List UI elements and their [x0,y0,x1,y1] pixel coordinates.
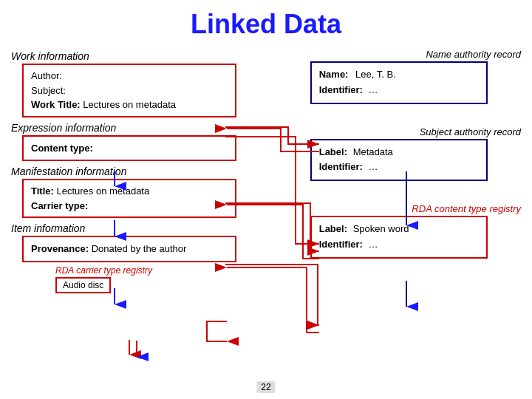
item-info-box: Provenance: Donated by the author [22,236,236,262]
subject-identifier-value: … [369,161,378,172]
page-title: Linked Data [0,0,532,40]
name-identifier-label: Identifier: [319,84,363,95]
page-number: 22 [256,381,275,393]
expression-info-box: Content type: [22,135,236,162]
provenance-label: Provenance: [31,243,89,254]
work-title-value: Lectures on metadata [83,99,176,110]
subject-label-label: Label: [319,146,347,157]
rda-content-box: Label: Spoken word Identifier: … [310,216,488,259]
manifestation-title-value: Lectures on metadata [56,185,149,197]
subject-identifier-label: Identifier: [319,161,363,172]
work-title-label: Work Title: [31,99,81,110]
manifestation-title-label: Title: [31,185,54,197]
subject-label: Subject: [31,85,66,96]
rda-content-label: RDA content type registry [288,203,521,214]
name-value: Lee, T. B. [355,69,396,80]
subject-authority-box: Label: Metadata Identifier: … [310,139,488,182]
content-identifier-label: Identifier: [319,239,363,250]
name-authority-box: Name: Lee, T. B. Identifier: … [310,61,488,104]
manifestation-info-box: Title: Lectures on metadata Carrier type… [22,179,236,218]
item-section-label: Item information [11,222,273,234]
work-section-label: Work information [11,50,273,62]
name-identifier-value: … [369,84,378,95]
content-label-value: Spoken word [353,223,409,234]
author-label: Author: [31,70,62,81]
subject-label-value: Metadata [353,146,393,157]
name-authority-label: Name authority record [288,49,521,60]
content-type-label: Content type: [31,143,93,154]
provenance-value: Donated by the author [92,243,187,254]
subject-authority-label: Subject authority record [288,126,521,137]
audio-disc-box: Audio disc [55,277,111,293]
carrier-type-label: Carrier type: [31,200,88,211]
name-label: Name: [319,69,349,80]
work-info-box: Author: Subject: Work Title: Lectures on… [22,64,236,117]
provenance-left-arrow [207,321,227,341]
left-column: Work information Author: Subject: Work T… [11,46,273,293]
right-column: Name authority record Name: Lee, T. B. I… [288,46,521,293]
content-label-label: Label: [319,223,347,234]
expression-section-label: Expression information [11,122,273,134]
rda-carrier-registry-label: RDA carrier type registry [55,265,273,276]
content-identifier-value: … [369,239,378,250]
manifestation-section-label: Manifestation information [11,166,273,177]
